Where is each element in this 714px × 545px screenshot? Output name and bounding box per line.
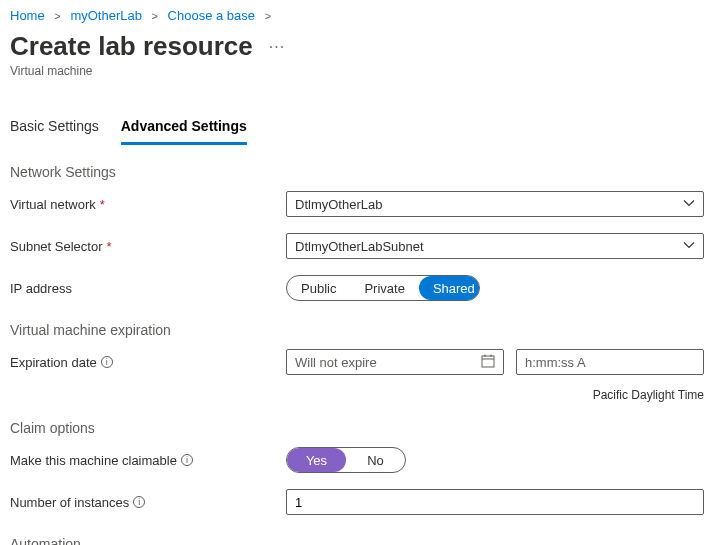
- label-subnet-selector: Subnet Selector *: [10, 239, 286, 254]
- tab-bar: Basic Settings Advanced Settings: [10, 112, 704, 146]
- instances-input[interactable]: [286, 489, 704, 515]
- subnet-value: DtlmyOtherLabSubnet: [295, 239, 424, 254]
- required-mark: *: [107, 239, 112, 254]
- tab-basic-settings[interactable]: Basic Settings: [10, 112, 99, 145]
- required-mark: *: [100, 197, 105, 212]
- ip-address-toggle: Public Private Shared: [286, 275, 480, 301]
- claimable-no[interactable]: No: [346, 448, 405, 472]
- section-claim: Claim options: [10, 420, 704, 436]
- chevron-right-icon: >: [48, 10, 66, 22]
- chevron-right-icon: >: [146, 10, 164, 22]
- label-instances: Number of instances i: [10, 495, 286, 510]
- timezone-note: Pacific Daylight Time: [10, 388, 704, 402]
- more-actions-button[interactable]: ···: [269, 38, 285, 56]
- calendar-icon: [481, 354, 495, 371]
- chevron-down-icon: [683, 197, 695, 212]
- breadcrumb: Home > myOtherLab > Choose a base >: [10, 8, 704, 23]
- label-ip-address: IP address: [10, 281, 286, 296]
- subnet-select[interactable]: DtlmyOtherLabSubnet: [286, 233, 704, 259]
- label-claimable: Make this machine claimable i: [10, 453, 286, 468]
- ip-option-public[interactable]: Public: [287, 276, 350, 300]
- section-automation: Automation: [10, 536, 704, 545]
- tab-advanced-settings[interactable]: Advanced Settings: [121, 112, 247, 145]
- section-expiration: Virtual machine expiration: [10, 322, 704, 338]
- claimable-yes[interactable]: Yes: [287, 448, 346, 472]
- ip-option-shared[interactable]: Shared: [419, 276, 480, 300]
- expiration-time-input[interactable]: h:mm:ss A: [516, 349, 704, 375]
- chevron-down-icon: [683, 239, 695, 254]
- info-icon[interactable]: i: [133, 496, 145, 508]
- label-virtual-network: Virtual network *: [10, 197, 286, 212]
- chevron-right-icon: >: [259, 10, 277, 22]
- expiration-time-placeholder: h:mm:ss A: [525, 355, 586, 370]
- info-icon[interactable]: i: [101, 356, 113, 368]
- info-icon[interactable]: i: [181, 454, 193, 466]
- virtual-network-select[interactable]: DtlmyOtherLab: [286, 191, 704, 217]
- ip-option-private[interactable]: Private: [350, 276, 418, 300]
- claimable-toggle: Yes No: [286, 447, 406, 473]
- breadcrumb-choose-base[interactable]: Choose a base: [168, 8, 255, 23]
- expiration-date-placeholder: Will not expire: [295, 355, 377, 370]
- breadcrumb-lab[interactable]: myOtherLab: [70, 8, 142, 23]
- page-subtitle: Virtual machine: [10, 64, 704, 78]
- page-title: Create lab resource: [10, 31, 253, 62]
- breadcrumb-home[interactable]: Home: [10, 8, 45, 23]
- svg-rect-0: [482, 356, 494, 367]
- label-expiration-date: Expiration date i: [10, 355, 286, 370]
- section-network: Network Settings: [10, 164, 704, 180]
- virtual-network-value: DtlmyOtherLab: [295, 197, 382, 212]
- expiration-date-input[interactable]: Will not expire: [286, 349, 504, 375]
